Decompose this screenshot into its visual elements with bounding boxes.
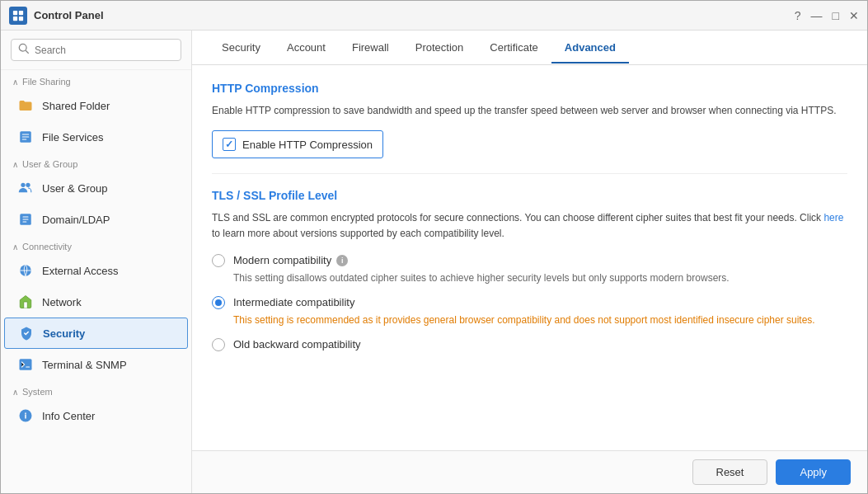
sidebar-item-label-file-services: File Services — [42, 131, 103, 143]
radio-row-intermediate: Intermediate compatibility — [212, 296, 847, 309]
radio-old[interactable] — [212, 338, 225, 351]
terminal-icon — [17, 356, 34, 373]
tls-here-link[interactable]: here — [823, 212, 843, 223]
sidebar-item-file-services[interactable]: File Services — [1, 121, 191, 153]
sidebar-item-label-domain: Domain/LDAP — [42, 214, 110, 226]
http-compression-title: HTTP Compression — [212, 82, 847, 95]
tab-account[interactable]: Account — [274, 33, 339, 64]
radio-modern[interactable] — [212, 254, 225, 267]
sidebar-item-label-info-center: Info Center — [42, 410, 95, 422]
tls-ssl-desc: TLS and SSL are common encrypted protoco… — [212, 210, 847, 242]
section-header-connectivity[interactable]: ∧ Connectivity — [1, 235, 191, 255]
section-header-system[interactable]: ∧ System — [1, 380, 191, 400]
compatibility-radio-group: Modern compatibility i This setting disa… — [212, 254, 847, 351]
apply-button[interactable]: Apply — [776, 459, 851, 485]
external-access-icon — [17, 262, 34, 279]
section-header-file-sharing[interactable]: ∧ File Sharing — [1, 70, 191, 90]
search-container — [1, 31, 191, 70]
svg-point-4 — [19, 44, 26, 51]
tab-firewall[interactable]: Firewall — [339, 33, 402, 64]
radio-option-modern: Modern compatibility i This setting disa… — [212, 254, 847, 286]
sidebar: ∧ File Sharing Shared Folder File Servic… — [1, 31, 192, 493]
minimize-button[interactable]: — — [811, 9, 823, 22]
svg-point-7 — [21, 183, 25, 187]
radio-label-intermediate: Intermediate compatibility — [233, 296, 354, 308]
radio-label-old: Old backward compatibility — [233, 338, 361, 351]
sidebar-item-label-user-group: User & Group — [42, 182, 107, 195]
section-label-file-sharing: File Sharing — [22, 77, 71, 87]
svg-rect-1 — [19, 10, 23, 14]
content-area: Security Account Firewall Protection Cer… — [192, 31, 867, 493]
section-label-system: System — [22, 387, 53, 397]
search-icon — [18, 43, 30, 57]
tab-advanced[interactable]: Advanced — [551, 33, 629, 64]
app-icon — [9, 7, 27, 25]
reset-button[interactable]: Reset — [692, 459, 768, 485]
footer: Reset Apply — [192, 450, 867, 493]
tls-ssl-section: TLS / SSL Profile Level TLS and SSL are … — [212, 189, 847, 351]
security-icon — [18, 325, 35, 341]
sidebar-item-label-terminal: Terminal & SNMP — [42, 359, 127, 371]
titlebar: Control Panel ? — □ ✕ — [1, 1, 867, 31]
http-compression-checkbox-label: Enable HTTP Compression — [242, 139, 373, 151]
svg-rect-11 — [20, 359, 32, 370]
radio-desc-intermediate: This setting is recommended as it provid… — [233, 313, 847, 328]
svg-rect-0 — [13, 10, 17, 14]
section-header-user-group[interactable]: ∧ User & Group — [1, 153, 191, 172]
tab-security[interactable]: Security — [209, 33, 274, 64]
section-label-connectivity: Connectivity — [22, 242, 72, 252]
tls-desc-part2: to learn more about versions supported b… — [212, 228, 504, 239]
info-badge-modern[interactable]: i — [336, 255, 348, 266]
section-label-user-group: User & Group — [22, 159, 77, 169]
section-divider — [212, 173, 847, 174]
sidebar-item-terminal-snmp[interactable]: Terminal & SNMP — [1, 349, 191, 380]
sidebar-item-external-access[interactable]: External Access — [1, 255, 191, 286]
sidebar-item-label-network: Network — [42, 296, 82, 308]
chevron-icon-system: ∧ — [12, 388, 18, 397]
svg-line-5 — [26, 50, 29, 54]
radio-option-old: Old backward compatibility — [212, 338, 847, 351]
network-icon — [17, 294, 34, 310]
chevron-icon: ∧ — [12, 78, 18, 87]
chevron-icon-user: ∧ — [12, 160, 18, 169]
sidebar-item-label-security: Security — [43, 327, 85, 340]
file-services-icon — [17, 129, 34, 145]
tab-protection[interactable]: Protection — [402, 33, 477, 64]
close-button[interactable]: ✕ — [849, 9, 859, 22]
tls-desc-part1: TLS and SSL are common encrypted protoco… — [212, 212, 823, 223]
sidebar-item-domain-ldap[interactable]: Domain/LDAP — [1, 204, 191, 235]
info-center-icon — [17, 407, 34, 424]
tab-certificate[interactable]: Certificate — [476, 33, 551, 64]
sidebar-item-user-group[interactable]: User & Group — [1, 172, 191, 204]
help-button[interactable]: ? — [795, 9, 801, 22]
radio-option-intermediate: Intermediate compatibility This setting … — [212, 296, 847, 328]
main-layout: ∧ File Sharing Shared Folder File Servic… — [1, 31, 867, 493]
tabs-bar: Security Account Firewall Protection Cer… — [192, 31, 867, 65]
app-title: Control Panel — [34, 9, 104, 21]
radio-desc-modern: This setting disallows outdated cipher s… — [233, 271, 847, 286]
chevron-icon-connectivity: ∧ — [12, 242, 18, 252]
sidebar-item-network[interactable]: Network — [1, 286, 191, 318]
sidebar-item-label-external-access: External Access — [42, 265, 119, 277]
sidebar-item-label-shared-folder: Shared Folder — [42, 100, 110, 112]
titlebar-controls: ? — □ ✕ — [795, 9, 859, 22]
tls-ssl-title: TLS / SSL Profile Level — [212, 189, 847, 202]
radio-row-modern: Modern compatibility i — [212, 254, 847, 267]
control-panel-window: Control Panel ? — □ ✕ ∧ File Shar — [0, 0, 868, 494]
http-compression-desc: Enable HTTP compression to save bandwidt… — [212, 103, 847, 119]
sidebar-item-info-center[interactable]: Info Center — [1, 400, 191, 431]
search-input[interactable] — [35, 45, 174, 56]
titlebar-left: Control Panel — [9, 7, 104, 25]
radio-intermediate[interactable] — [212, 296, 225, 309]
maximize-button[interactable]: □ — [833, 9, 839, 22]
sidebar-item-shared-folder[interactable]: Shared Folder — [1, 90, 191, 121]
domain-icon — [17, 211, 34, 228]
checkmark-icon: ✓ — [225, 139, 233, 150]
http-compression-checkbox-row[interactable]: ✓ Enable HTTP Compression — [212, 130, 383, 158]
svg-point-8 — [26, 183, 30, 187]
sidebar-item-security[interactable]: Security — [4, 318, 188, 349]
radio-label-modern: Modern compatibility i — [233, 254, 348, 266]
http-compression-checkbox[interactable]: ✓ — [223, 138, 236, 151]
svg-rect-3 — [19, 16, 23, 20]
search-box[interactable] — [11, 39, 181, 61]
